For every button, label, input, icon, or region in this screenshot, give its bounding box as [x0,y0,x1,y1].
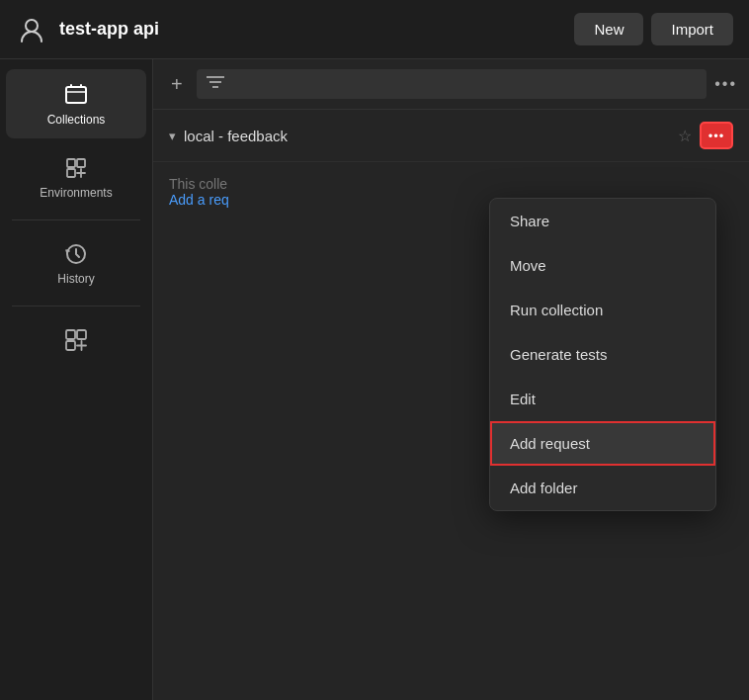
add-button[interactable]: + [165,71,189,98]
dropdown-item-add-folder[interactable]: Add folder [490,466,715,510]
dropdown-item-generate-tests[interactable]: Generate tests [490,332,715,377]
chevron-down-icon: ▾ [169,129,176,143]
star-icon[interactable]: ☆ [678,127,692,145]
sidebar-divider [12,219,140,220]
history-icon [62,240,90,268]
svg-rect-1 [66,87,86,103]
svg-point-0 [26,20,38,32]
toolbar-more-button[interactable]: ••• [714,75,737,93]
header: test-app api New Import [0,0,749,59]
avatar-icon [16,14,47,45]
dropdown-item-share[interactable]: Share [490,199,715,243]
sidebar-item-apps[interactable] [6,314,146,370]
svg-rect-2 [67,159,75,167]
svg-rect-4 [67,169,75,177]
add-request-link[interactable]: Add a req [169,192,229,208]
app-title: test-app api [59,19,159,40]
svg-rect-6 [66,330,75,339]
collection-row: ▾ local - feedback ☆ ••• [153,110,749,162]
sidebar-item-history[interactable]: History [6,228,146,298]
svg-rect-7 [77,330,86,339]
sidebar-item-collections[interactable]: Collections [6,69,146,138]
header-buttons: New Import [574,13,733,45]
dropdown-item-edit[interactable]: Edit [490,377,715,421]
collection-more-button[interactable]: ••• [700,122,733,149]
import-button[interactable]: Import [651,13,733,45]
collection-name: local - feedback [184,128,670,144]
main-layout: Collections Environments [0,59,749,700]
dropdown-item-run-collection[interactable]: Run collection [490,288,715,332]
environments-icon [62,154,90,182]
dropdown-item-add-request[interactable]: Add request [490,421,715,466]
new-button[interactable]: New [574,13,643,45]
history-label: History [57,272,94,286]
dropdown-menu: Share Move Run collection Generate tests… [489,198,716,511]
content-area: + ••• ▾ local - feedback ☆ ••• This col [153,59,749,700]
header-left: test-app api [16,14,159,45]
collection-desc-text: This colle [169,176,227,192]
apps-icon [62,326,90,354]
svg-rect-8 [66,341,75,350]
collections-icon [62,81,90,109]
sidebar-item-environments[interactable]: Environments [6,142,146,212]
sidebar-divider-2 [12,306,140,306]
environments-label: Environments [40,186,112,200]
dropdown-item-move[interactable]: Move [490,243,715,288]
collections-label: Collections [47,113,106,127]
search-bar[interactable] [197,69,707,99]
svg-rect-3 [77,159,85,167]
sidebar: Collections Environments [0,59,153,700]
filter-icon [207,75,224,93]
toolbar: + ••• [153,59,749,110]
